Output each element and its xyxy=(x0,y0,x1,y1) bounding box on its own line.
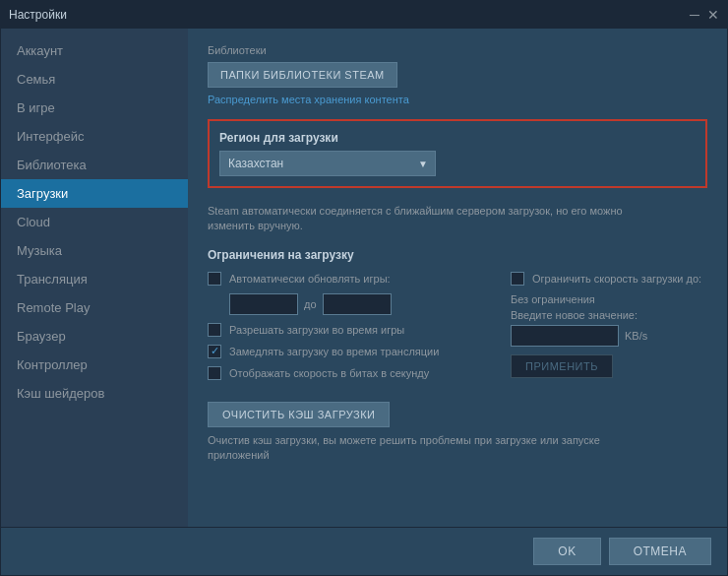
checkbox-throttle-broadcast[interactable] xyxy=(208,345,221,358)
restriction-row-4: Отображать скорость в битах в секунду xyxy=(208,366,491,380)
sidebar-item-семья[interactable]: Семья xyxy=(1,65,188,94)
region-box: Регион для загрузки Казахстан ▼ xyxy=(208,119,707,188)
sidebar-item-аккаунт[interactable]: Аккаунт xyxy=(1,36,188,65)
checkbox-bits-per-sec[interactable] xyxy=(208,366,221,380)
region-select-wrapper: Казахстан ▼ xyxy=(219,151,436,176)
libraries-label: Библиотеки xyxy=(208,44,707,56)
sidebar-item-контроллер[interactable]: Контроллер xyxy=(1,351,188,379)
restrictions-title: Ограничения на загрузку xyxy=(208,248,707,262)
window-title: Настройки xyxy=(9,8,67,22)
auto-connect-text: Steam автоматически соединяется с ближай… xyxy=(208,204,660,234)
clear-cache-description: Очистив кэш загрузки, вы можете решить п… xyxy=(208,433,660,464)
kbs-unit: KB/s xyxy=(625,330,647,342)
steam-folder-button[interactable]: ПАПКИ БИБЛИОТЕКИ STEAM xyxy=(208,62,397,88)
sidebar-item-музыка[interactable]: Музыка xyxy=(1,236,188,265)
time-from-input[interactable] xyxy=(229,293,298,315)
checkbox-auto-update[interactable] xyxy=(208,272,221,286)
content-area: АккаунтСемьяВ игреИнтерфейсБиблиотекаЗаг… xyxy=(1,29,727,527)
region-label: Регион для загрузки xyxy=(219,131,696,145)
sidebar: АккаунтСемьяВ игреИнтерфейсБиблиотекаЗаг… xyxy=(1,29,188,527)
restrictions-columns: Автоматически обновлять игры: до Разреша… xyxy=(208,272,707,388)
sidebar-item-браузер[interactable]: Браузер xyxy=(1,322,188,351)
checkbox-allow-ingame[interactable] xyxy=(208,323,221,337)
restriction-row-2: Разрешать загрузки во время игры xyxy=(208,323,491,337)
window: Настройки ─ ✕ АккаунтСемьяВ игреИнтерфей… xyxy=(0,0,728,576)
restriction-row-1: Автоматически обновлять игры: xyxy=(208,272,491,286)
ok-button[interactable]: OK xyxy=(533,538,600,565)
kbs-input[interactable] xyxy=(511,325,619,347)
right-restrictions: Ограничить скорость загрузки до: Без огр… xyxy=(511,272,707,388)
sidebar-item-в-игре[interactable]: В игре xyxy=(1,94,188,122)
checkbox-allow-ingame-label: Разрешать загрузки во время игры xyxy=(229,324,404,336)
sidebar-item-загрузки[interactable]: Загрузки xyxy=(1,179,188,208)
titlebar: Настройки ─ ✕ xyxy=(1,1,727,29)
minimize-button[interactable]: ─ xyxy=(690,7,699,23)
window-controls: ─ ✕ xyxy=(690,7,719,23)
no-limit-text: Без ограничения xyxy=(511,293,707,305)
main-panel: Библиотеки ПАПКИ БИБЛИОТЕКИ STEAM Распре… xyxy=(188,29,727,527)
until-label: до xyxy=(304,298,317,310)
sidebar-item-библиотека[interactable]: Библиотека xyxy=(1,151,188,179)
region-select[interactable]: Казахстан xyxy=(219,151,436,176)
kbs-row: KB/s xyxy=(511,325,707,347)
sidebar-item-remote-play[interactable]: Remote Play xyxy=(1,293,188,322)
sidebar-item-кэш-шейдеров[interactable]: Кэш шейдеров xyxy=(1,379,188,408)
sidebar-item-интерфейс[interactable]: Интерфейс xyxy=(1,122,188,151)
footer: OK ОТМЕНА xyxy=(1,527,727,575)
time-to-input[interactable] xyxy=(323,293,392,315)
distribute-link[interactable]: Распределить места хранения контента xyxy=(208,94,707,105)
enter-value-label: Введите новое значение: xyxy=(511,309,707,321)
checkbox-throttle-broadcast-label: Замедлять загрузку во время трансляции xyxy=(229,346,439,357)
checkbox-limit-speed-label: Ограничить скорость загрузки до: xyxy=(532,273,701,285)
restriction-row-speed: Ограничить скорость загрузки до: xyxy=(511,272,707,286)
sidebar-item-cloud[interactable]: Cloud xyxy=(1,208,188,236)
checkbox-bits-per-sec-label: Отображать скорость в битах в секунду xyxy=(229,367,429,379)
checkbox-auto-update-label: Автоматически обновлять игры: xyxy=(229,273,391,285)
cancel-button[interactable]: ОТМЕНА xyxy=(609,538,711,565)
restriction-row-3: Замедлять загрузку во время трансляции xyxy=(208,345,491,358)
apply-button[interactable]: ПРИМЕНИТЬ xyxy=(511,354,613,378)
clear-cache-button[interactable]: ОЧИСТИТЬ КЭШ ЗАГРУЗКИ xyxy=(208,402,390,427)
close-button[interactable]: ✕ xyxy=(707,7,719,23)
update-time-row: до xyxy=(229,293,491,315)
checkbox-limit-speed[interactable] xyxy=(511,272,524,286)
left-restrictions: Автоматически обновлять игры: до Разреша… xyxy=(208,272,491,388)
sidebar-item-трансляция[interactable]: Трансляция xyxy=(1,265,188,293)
